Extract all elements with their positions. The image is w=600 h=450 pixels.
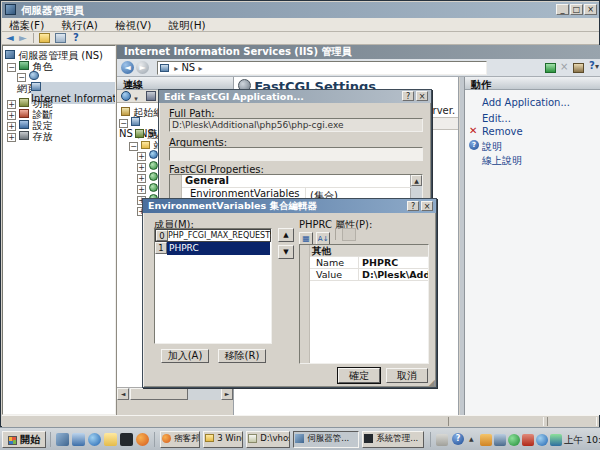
grid-row-value[interactable]: Value D:\Plesk\Additional\p — [310, 269, 428, 281]
start-button[interactable]: 開始 — [2, 431, 46, 448]
expand-icon[interactable]: + — [137, 152, 146, 161]
quicklaunch-folder-icon[interactable] — [104, 433, 117, 446]
action-edit[interactable]: Edit... — [482, 113, 511, 124]
envvars-editor-dialog: EnvironmentVariables 集合編輯器 ? × 成員(M): 0P… — [142, 198, 437, 388]
expand-icon[interactable]: + — [137, 185, 146, 194]
minimize-button[interactable]: _ — [556, 4, 569, 15]
show-tree-icon[interactable] — [39, 33, 50, 43]
status-divider — [547, 417, 597, 426]
tray-network-icon[interactable] — [550, 434, 562, 446]
conn-site-node[interactable]: + — [137, 150, 158, 161]
property-pages-icon — [342, 228, 356, 241]
envvars-dialog-titlebar[interactable]: EnvironmentVariables 集合編輯器 ? × — [143, 199, 436, 213]
tray-ie-icon[interactable] — [536, 434, 548, 446]
save-icon[interactable] — [146, 91, 156, 101]
move-down-button[interactable]: ▼ — [278, 245, 294, 259]
forward-icon[interactable]: ► — [19, 32, 27, 43]
conn-site-node[interactable]: + — [137, 161, 158, 172]
grid-group-row[interactable]: − 其他 — [310, 245, 428, 257]
dialog-close-button[interactable]: × — [421, 201, 433, 211]
grid-row-name[interactable]: Name PHPRC — [310, 257, 428, 269]
back-icon[interactable]: ◄ — [6, 32, 14, 43]
home-icon[interactable] — [573, 63, 584, 73]
action-online-help[interactable]: 線上說明 — [482, 154, 522, 168]
ok-button[interactable]: 確定 — [338, 368, 380, 383]
refresh-icon[interactable] — [121, 91, 131, 101]
tree-item-storage[interactable]: + 存放 — [7, 130, 52, 144]
crumb-sep[interactable]: ▸ — [198, 64, 202, 73]
tray-update-icon[interactable] — [480, 434, 492, 446]
expand-icon[interactable]: + — [7, 133, 16, 142]
back-circle-icon[interactable]: ◄ — [121, 61, 134, 74]
move-up-button[interactable]: ▲ — [278, 228, 294, 242]
dialog-help-button[interactable]: ? — [402, 91, 414, 101]
help-icon[interactable]: ? — [73, 32, 79, 43]
task-pixnet-blog[interactable]: 痞客邦部... — [160, 431, 200, 448]
refresh-dropdown-icon[interactable]: ▾ — [134, 95, 138, 103]
quicklaunch-desktop-icon[interactable] — [72, 433, 85, 446]
dialog-help-button[interactable]: ? — [407, 201, 419, 211]
scroll-thumb[interactable] — [130, 388, 188, 400]
site-globe-icon — [149, 161, 158, 170]
conn-site-node[interactable]: + — [137, 172, 158, 183]
connections-hscrollbar[interactable]: ◄ ► — [117, 387, 233, 400]
tray-help-icon[interactable]: ? — [452, 433, 464, 445]
collapse-icon[interactable]: − — [7, 63, 16, 72]
member-row[interactable]: 0PHP_FCGI_MAX_REQUESTS — [155, 229, 271, 242]
forward-circle-icon[interactable]: ► — [136, 61, 149, 74]
expand-icon[interactable]: + — [137, 174, 146, 183]
scroll-left-icon[interactable]: ◄ — [117, 388, 129, 400]
editor-icon — [248, 434, 257, 443]
grid-group-row[interactable]: − General — [182, 175, 411, 188]
member-index: 1 — [155, 242, 167, 254]
quicklaunch-server-manager-icon[interactable] — [56, 433, 69, 446]
action-remove[interactable]: Remove — [482, 126, 523, 137]
quicklaunch-firefox-icon[interactable] — [136, 433, 149, 446]
site-globe-icon — [149, 183, 158, 192]
task-server-manager-active[interactable]: 伺服器管... — [293, 431, 359, 448]
features-icon — [19, 98, 29, 107]
quicklaunch-cmd-icon[interactable] — [120, 433, 133, 446]
iis-help-icon[interactable]: ? — [589, 60, 595, 71]
task-explorer-group[interactable]: 3 Window... — [203, 431, 243, 448]
scroll-right-icon[interactable]: ► — [221, 388, 233, 400]
members-listbox[interactable]: 0PHP_FCGI_MAX_REQUESTS 1PHPRC — [154, 228, 272, 344]
actions-header: 動作 — [465, 77, 600, 90]
clock[interactable]: 上午 10:48 — [564, 434, 600, 447]
task-admin-cmd[interactable]: 系統管理... — [362, 431, 424, 448]
address-box[interactable]: ▸ NS ▸ — [157, 61, 487, 75]
menubar: 檔案(F) 執行(A) 檢視(V) 說明(H) — [2, 18, 599, 32]
tray-display-icon[interactable] — [494, 434, 506, 446]
quicklaunch-ie-icon[interactable] — [88, 433, 101, 446]
scroll-up-icon[interactable]: ▲ — [411, 175, 422, 186]
resize-grip-icon[interactable]: ◢ — [429, 378, 435, 387]
close-button[interactable]: × — [584, 4, 597, 15]
window-panes-icon[interactable] — [55, 33, 66, 43]
cancel-button[interactable]: 取消 — [386, 368, 428, 383]
actions-pane: 動作 Add Application... Edit... ✕ Remove ?… — [465, 77, 600, 415]
task-editor-vhost[interactable]: D:\vhost\de... — [246, 431, 290, 448]
action-help[interactable]: 說明 — [482, 140, 502, 154]
server-manager-titlebar[interactable]: 伺服器管理員 _ □ × — [2, 2, 599, 18]
action-add-application[interactable]: Add Application... — [482, 97, 570, 108]
dialog-close-button[interactable]: × — [416, 91, 428, 101]
edit-dialog-titlebar[interactable]: Edit FastCGI Application... ? × — [159, 90, 431, 103]
tray-app-icon[interactable] — [522, 434, 534, 446]
full-path-input[interactable]: D:\Plesk\Additional\php56\php-cgi.exe — [169, 118, 423, 132]
feedback-icon[interactable] — [545, 63, 556, 73]
arguments-input[interactable] — [169, 147, 423, 161]
remove-button[interactable]: 移除(R) — [218, 349, 266, 363]
breadcrumb-server[interactable]: NS — [181, 62, 195, 73]
member-row-selected[interactable]: 1PHPRC — [155, 242, 271, 255]
iis-icon — [31, 82, 41, 91]
expand-icon[interactable]: + — [137, 163, 146, 172]
tray-vnc-icon[interactable] — [508, 434, 520, 446]
tray-expand-icon[interactable]: ▲ — [469, 435, 474, 442]
collapse-icon[interactable]: − — [119, 119, 128, 128]
add-button[interactable]: 加入(A) — [161, 349, 209, 363]
maximize-button[interactable]: □ — [570, 4, 583, 15]
status-bar — [2, 415, 599, 427]
help-dropdown-icon[interactable]: ▾ — [595, 62, 599, 71]
conn-site-node[interactable]: + — [137, 183, 158, 194]
collapse-icon[interactable]: − — [17, 73, 26, 82]
